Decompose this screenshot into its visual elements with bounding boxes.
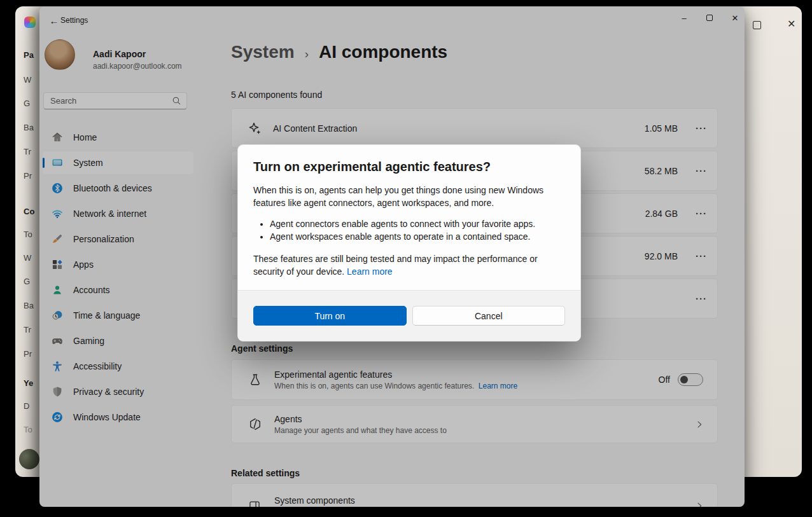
dialog-bullet: Agent workspaces enable agents to operat… (270, 230, 565, 243)
dialog-bullet: Agent connectors enable agents to connec… (270, 217, 565, 230)
cancel-button[interactable]: Cancel (412, 306, 566, 326)
chat-history-item[interactable]: To (24, 425, 32, 434)
chat-history-item[interactable]: Pr (24, 171, 32, 181)
close-icon[interactable]: ✕ (783, 17, 799, 31)
chat-history-item[interactable]: To (24, 230, 32, 239)
chat-history-item[interactable]: Pr (24, 349, 32, 359)
chat-history-item[interactable]: Tr (24, 147, 31, 156)
chat-history-item[interactable]: W (24, 75, 31, 85)
chat-history-item[interactable]: Ba (24, 301, 34, 310)
dialog-bullet-list: Agent connectors enable agents to connec… (253, 217, 565, 243)
agentic-features-dialog: Turn on experimental agentic features? W… (237, 144, 581, 341)
dialog-footnote-text: These features are still being tested an… (253, 254, 538, 277)
account-avatar[interactable] (19, 449, 39, 469)
chat-history-item[interactable]: D (24, 401, 29, 411)
learn-more-link[interactable]: Learn more (347, 266, 393, 277)
chat-history-item[interactable]: G (24, 277, 30, 286)
chat-history-item[interactable]: Ye (24, 378, 33, 388)
dialog-footnote: These features are still being tested an… (253, 252, 554, 278)
chat-history-item[interactable]: Tr (24, 325, 31, 334)
dialog-title: Turn on experimental agentic features? (253, 160, 565, 174)
maximize-icon[interactable] (753, 21, 761, 29)
dialog-footer: Turn on Cancel (238, 290, 580, 341)
chat-history-item[interactable]: Pa (24, 50, 34, 60)
chat-history-item[interactable]: Ba (24, 123, 34, 132)
chat-history-item[interactable]: Co (24, 207, 34, 216)
chat-history-item[interactable]: W (24, 253, 31, 263)
turn-on-button[interactable]: Turn on (253, 306, 407, 326)
dialog-body: When this is on, agents can help you get… (253, 184, 554, 209)
copilot-logo-icon (24, 17, 36, 28)
settings-window: ← Settings – ✕ Aadi Kapoor aadi.kapoor@o… (39, 6, 745, 507)
chat-history-item[interactable]: G (24, 99, 30, 108)
